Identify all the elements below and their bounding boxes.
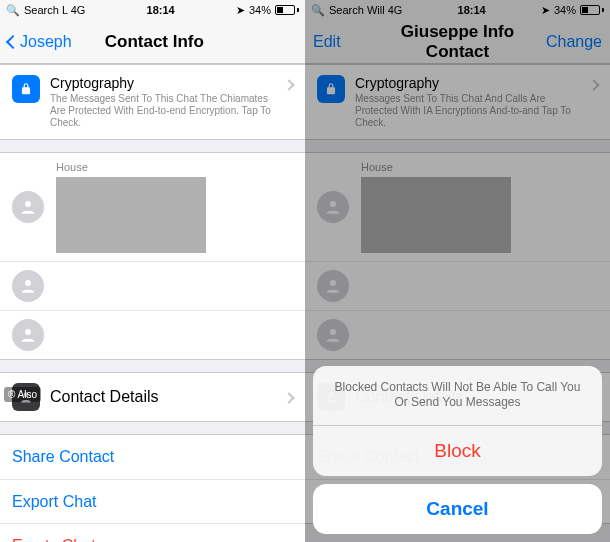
house-label: House — [361, 161, 511, 173]
participant-row[interactable] — [0, 261, 305, 310]
svg-point-4 — [330, 201, 336, 207]
svg-point-1 — [25, 280, 31, 286]
participant-row[interactable]: House — [305, 153, 610, 261]
avatar-icon — [317, 270, 349, 302]
participant-row[interactable] — [0, 310, 305, 359]
avatar-icon — [12, 319, 44, 351]
clock: 18:14 — [458, 4, 486, 16]
participant-row[interactable]: House — [0, 153, 305, 261]
svg-point-3 — [24, 392, 29, 397]
block-button[interactable]: Block — [313, 425, 602, 476]
location-icon: ➤ — [541, 4, 550, 17]
avatar-icon — [317, 319, 349, 351]
contact-icon — [12, 383, 40, 411]
page-title: Giuseppe Info Contact — [373, 22, 542, 62]
search-icon: 🔍 — [6, 4, 20, 17]
encryption-title: Cryptography — [355, 75, 590, 91]
change-button[interactable]: Change — [542, 33, 602, 51]
chevron-right-icon — [285, 75, 293, 93]
encryption-row[interactable]: Cryptography The Messages Sent To This C… — [0, 65, 305, 139]
nav-bar: Edit Giuseppe Info Contact Change — [305, 20, 610, 64]
back-label: Edit — [313, 33, 341, 51]
contact-details-label: Contact Details — [50, 388, 159, 406]
encryption-sub: Messages Sent To This Chat And Calls Are… — [355, 93, 590, 129]
avatar-icon — [317, 191, 349, 223]
empty-chat-button[interactable]: Empty Chat — [0, 523, 305, 542]
nav-bar: Joseph Contact Info — [0, 20, 305, 64]
sheet-message: Blocked Contacts Will Not Be Able To Cal… — [313, 366, 602, 425]
house-label: House — [56, 161, 206, 173]
svg-point-0 — [25, 201, 31, 207]
avatar-icon — [12, 191, 44, 223]
status-bar: 🔍 Search L 4G 18:14 ➤ 34% — [0, 0, 305, 20]
svg-point-2 — [25, 329, 31, 335]
map-thumbnail[interactable] — [56, 177, 206, 253]
lock-icon — [12, 75, 40, 103]
chevron-left-icon — [6, 34, 20, 48]
participant-row[interactable] — [305, 261, 610, 310]
avatar-icon — [12, 270, 44, 302]
back-button[interactable]: Edit — [313, 33, 373, 51]
page-title: Contact Info — [72, 32, 237, 52]
battery-pct: 34% — [249, 4, 271, 16]
encryption-sub: The Messages Sent To This Chat The Chiam… — [50, 93, 285, 129]
map-thumbnail[interactable] — [361, 177, 511, 253]
status-bar: 🔍 Search Will 4G 18:14 ➤ 34% — [305, 0, 610, 20]
carrier-label: Search Will 4G — [329, 4, 402, 16]
participant-row[interactable] — [305, 310, 610, 359]
back-button[interactable]: Joseph — [8, 33, 72, 51]
encryption-row[interactable]: Cryptography Messages Sent To This Chat … — [305, 65, 610, 139]
svg-point-6 — [330, 329, 336, 335]
svg-point-5 — [330, 280, 336, 286]
battery-icon — [275, 5, 299, 15]
battery-icon — [580, 5, 604, 15]
chevron-right-icon — [285, 388, 293, 406]
cancel-button[interactable]: Cancel — [313, 484, 602, 534]
encryption-title: Cryptography — [50, 75, 285, 91]
share-contact-button[interactable]: Share Contact — [0, 435, 305, 479]
contact-details-row[interactable]: Contact Details — [0, 373, 305, 421]
lock-icon — [317, 75, 345, 103]
clock: 18:14 — [147, 4, 175, 16]
back-label: Joseph — [20, 33, 72, 51]
content-scroll[interactable]: Cryptography The Messages Sent To This C… — [0, 64, 305, 542]
search-icon: 🔍 — [311, 4, 325, 17]
carrier-label: Search L 4G — [24, 4, 85, 16]
chevron-right-icon — [590, 75, 598, 93]
export-chat-button[interactable]: Export Chat — [0, 479, 305, 523]
left-pane: 🔍 Search L 4G 18:14 ➤ 34% Joseph Contact… — [0, 0, 305, 542]
battery-pct: 34% — [554, 4, 576, 16]
location-icon: ➤ — [236, 4, 245, 17]
